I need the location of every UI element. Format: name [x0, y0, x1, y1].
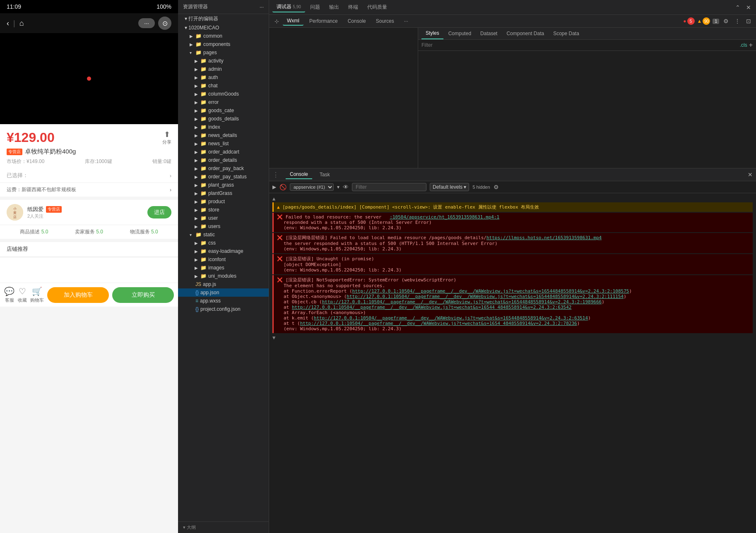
record-button[interactable]: ⊙	[158, 17, 171, 30]
tree-item-iconfont[interactable]: ▶ 📁 iconfont	[178, 255, 269, 264]
tab-wxml[interactable]: Wxml	[283, 17, 303, 26]
tab-dataset[interactable]: Dataset	[476, 28, 501, 39]
tab-issues[interactable]: 问题	[306, 2, 324, 12]
tab-debugger[interactable]: 调试器 5,90	[272, 2, 305, 12]
close-console-button[interactable]: ✕	[748, 171, 753, 178]
favorites-button[interactable]: ♡ 收藏	[18, 286, 27, 303]
dropdown-arrow[interactable]: ▾	[337, 184, 339, 190]
tree-item-admin[interactable]: ▶ 📁 admin	[178, 65, 269, 73]
service-button[interactable]: 💬 客服	[4, 286, 14, 303]
tree-item-projectconfig[interactable]: ▶ {} project.config.json	[178, 305, 269, 313]
err-link-4a[interactable]: http://127.0.0.1:10504/__pageframe__/__d…	[352, 288, 629, 294]
err-link-4f[interactable]: http://127.0.0.1:10504/__pageframe__/__d…	[300, 321, 577, 326]
tree-item-appjs[interactable]: ▶ JS app.js	[178, 280, 269, 288]
tab-performance[interactable]: Performance	[305, 17, 342, 25]
tree-item-goods_cate[interactable]: ▶ 📁 goods_cate	[178, 106, 269, 115]
market-price: 市场价：¥149.00	[7, 158, 44, 165]
tree-item-uni_modules[interactable]: ▶ 📁 uni_modules	[178, 272, 269, 280]
outline-section[interactable]: ▾ 大纲	[178, 521, 269, 533]
err-link-4b[interactable]: http://127.0.0.1:10504/__pageframe__/__d…	[347, 294, 624, 299]
product-select-row[interactable]: 已选择： ›	[0, 168, 178, 183]
settings-button[interactable]: ⚙	[722, 17, 730, 25]
styles-filter-input[interactable]	[421, 42, 740, 48]
share-button[interactable]: ⬆ 分享	[162, 130, 171, 145]
tree-item-plantGrass[interactable]: ▶ 📁 plantGrass	[178, 189, 269, 197]
err-link-4d[interactable]: http://127.0.0.1:10504/__pageframe__/__d…	[292, 305, 572, 310]
tab-task[interactable]: Task	[315, 170, 334, 179]
open-editors-section[interactable]: ▾ 打开的编辑器	[178, 14, 269, 24]
tree-item-users[interactable]: ▶ 📁 users	[178, 222, 269, 230]
console-filter-input[interactable]	[352, 183, 426, 191]
tree-item-easy-loadimage[interactable]: ▶ 📁 easy-loadimage	[178, 247, 269, 255]
more-button[interactable]: ⋮	[733, 17, 742, 25]
tree-item-chat[interactable]: ▶ 📁 chat	[178, 82, 269, 90]
tree-item-order_pay_back[interactable]: ▶ 📁 order_pay_back	[178, 164, 269, 173]
error-link-2[interactable]: https://llmoss.hotso.net/1653913598631.m…	[486, 235, 602, 240]
stop-icon[interactable]: 🚫	[279, 184, 287, 190]
tree-item-product[interactable]: ▶ 📁 product	[178, 197, 269, 206]
tree-item-news_list[interactable]: ▶ 📁 news_list	[178, 139, 269, 148]
err-link-4e[interactable]: http://127.0.0.1:10504/__pageframe__/__d…	[314, 315, 588, 321]
tree-item-css[interactable]: ▶ 📁 css	[178, 239, 269, 247]
add-style-button[interactable]: +	[749, 41, 753, 49]
tree-item-order_pay_status[interactable]: ▶ 📁 order_pay_status	[178, 173, 269, 181]
tab-terminal[interactable]: 终端	[344, 2, 362, 12]
tree-item-auth[interactable]: ▶ 📁 auth	[178, 73, 269, 82]
minimize-button[interactable]: ⌃	[734, 3, 742, 12]
play-icon[interactable]: ▶	[272, 184, 276, 190]
appservice-select[interactable]: appservice (#1)	[290, 183, 334, 191]
dock-button[interactable]: ⊡	[744, 17, 753, 25]
tab-code-quality[interactable]: 代码质量	[363, 2, 391, 12]
tree-item-static[interactable]: ▾ 📁 static	[178, 230, 269, 239]
tab-sources[interactable]: Sources	[372, 17, 398, 25]
tree-item-error[interactable]: ▶ 📁 error	[178, 98, 269, 106]
cursor-tool-button[interactable]: ⊹	[272, 17, 281, 25]
cart-button[interactable]: 🛒 购物车	[30, 286, 44, 303]
tree-item-components[interactable]: ▶ 📁 components	[178, 40, 269, 48]
tree-item-index[interactable]: ▶ 📁 index	[178, 123, 269, 131]
tree-item-order_details[interactable]: ▶ 📁 order_details	[178, 156, 269, 164]
tree-item-store[interactable]: ▶ 📁 store	[178, 206, 269, 214]
tree-item-appwxss[interactable]: ▶ ≡ app.wxss	[178, 297, 269, 305]
buy-now-button[interactable]: 立即购买	[112, 287, 174, 303]
back-button[interactable]: ‹	[7, 19, 9, 28]
tree-item-user[interactable]: ▶ 📁 user	[178, 214, 269, 222]
tree-item-appjson[interactable]: ▶ {} app.json	[178, 288, 269, 297]
tab-computed[interactable]: Computed	[444, 28, 475, 39]
tree-item-order_addcart[interactable]: ▶ 📁 order_addcart	[178, 148, 269, 156]
tree-item-pages[interactable]: ▾ 📁 pages	[178, 48, 269, 57]
tab-component-data[interactable]: Component Data	[502, 28, 548, 39]
tree-item-columnGoods[interactable]: ▶ 📁 columnGoods	[178, 90, 269, 98]
folder-orange-icon: 📁	[195, 50, 202, 55]
shipping-row[interactable]: 运费：新疆西藏不包邮常规模板 ›	[0, 183, 178, 200]
tab-more[interactable]: ···	[400, 17, 412, 25]
tab-console-active[interactable]: Console	[286, 170, 312, 179]
more-options-button[interactable]: ···	[138, 18, 155, 28]
tree-item-plant_grass[interactable]: ▶ 📁 plant_grass	[178, 181, 269, 189]
tab-scope-data[interactable]: Scope Data	[549, 28, 583, 39]
tree-item-goods_details[interactable]: ▶ 📁 goods_details	[178, 115, 269, 123]
project-section[interactable]: ▾ 1020MEICAO	[178, 24, 269, 32]
home-button[interactable]: ⌂	[19, 19, 24, 28]
settings-console-button[interactable]: ⚙	[494, 184, 499, 190]
folder-icon: 📁	[200, 66, 207, 72]
tab-output[interactable]: 输出	[325, 2, 343, 12]
tab-console[interactable]: Console	[344, 17, 370, 25]
json-file-icon: {}	[195, 290, 199, 295]
enter-store-button[interactable]: 进店	[147, 206, 171, 218]
tree-item-common[interactable]: ▶ 📁 common	[178, 32, 269, 40]
styles-filter-bar: .cls +	[418, 40, 756, 51]
tab-styles[interactable]: Styles	[421, 28, 443, 39]
cls-button[interactable]: .cls	[740, 42, 747, 48]
err-link-4c[interactable]: http://127.0.0.1:10504/__pageframe__/__d…	[322, 299, 602, 305]
tree-item-images[interactable]: ▶ 📁 images	[178, 264, 269, 272]
eye-icon[interactable]: 👁	[343, 184, 349, 190]
log-level-select[interactable]: Default levels ▾	[430, 183, 469, 191]
close-devtools-button[interactable]: ✕	[744, 3, 753, 12]
tree-item-activity[interactable]: ▶ 📁 activity	[178, 57, 269, 65]
explorer-more-icon[interactable]: ···	[260, 4, 264, 10]
tree-item-news_details[interactable]: ▶ 📁 news_details	[178, 131, 269, 139]
wxml-toolbar: ⊹ Wxml Performance Console Sources ··· ●…	[269, 15, 756, 28]
error-link-1[interactable]: :10504/appservice/ht_1653913598631.mp4:1	[390, 214, 499, 220]
add-to-cart-button[interactable]: 加入购物车	[47, 287, 109, 303]
